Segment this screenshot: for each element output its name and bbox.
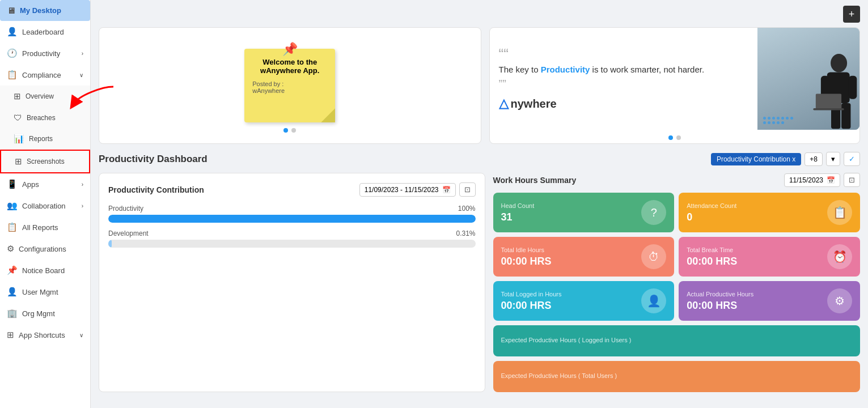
- sidebar-item-leaderboard[interactable]: 👤 Leaderboard: [0, 21, 90, 42]
- org-mgmt-icon: 🏢: [7, 308, 18, 318]
- main-content: + 📌 Welcome to the wAnywhere App. Posted…: [91, 0, 868, 408]
- whs-header: Work Hours Summary 11/15/2023 📅 ⊡: [493, 173, 861, 187]
- whs-date-picker[interactable]: 11/15/2023 📅: [784, 173, 840, 187]
- welcome-cards-row: 📌 Welcome to the wAnywhere App. Posted b…: [99, 27, 860, 144]
- date-range-picker[interactable]: 11/09/2023 - 11/15/2023 📅: [359, 183, 456, 197]
- expected-productive-logged-info: Expected Productive Hours ( Logged in Us…: [501, 337, 632, 346]
- sidebar-label-all-reports: All Reports: [22, 223, 58, 232]
- dot-active: [283, 128, 288, 133]
- sidebar-item-notice-board[interactable]: 📌 Notice Board: [0, 260, 90, 281]
- calendar-icon: 📅: [442, 186, 451, 194]
- sidebar-item-compliance[interactable]: 📋 Compliance ∨: [0, 64, 90, 86]
- total-idle-hours-info: Total Idle Hours 00:00 HRS: [501, 246, 552, 267]
- total-logged-hours-value: 00:00 HRS: [501, 300, 562, 312]
- total-idle-hours-label: Total Idle Hours: [501, 246, 552, 253]
- sidebar-label-leaderboard: Leaderboard: [22, 28, 64, 36]
- sidebar-label-compliance: Compliance: [22, 71, 61, 79]
- productivity-bar-label-row: Productivity 100%: [108, 205, 476, 212]
- sidebar-item-all-reports[interactable]: 📋 All Reports: [0, 216, 90, 238]
- sidebar-item-overview[interactable]: ⊞ Overview: [0, 86, 90, 107]
- total-logged-hours-icon: 👤: [641, 288, 666, 313]
- development-bar-percent: 0.31%: [456, 230, 475, 237]
- breaches-icon: 🛡: [14, 113, 22, 122]
- sidebar-label-reports: Reports: [29, 135, 53, 143]
- sidebar-label-screenshots: Screenshots: [27, 158, 65, 165]
- work-hours-summary-panel: Work Hours Summary 11/15/2023 📅 ⊡ Head C…: [493, 173, 861, 392]
- development-bar-fill: [108, 240, 112, 248]
- export-button[interactable]: ⊡: [459, 182, 476, 197]
- quote-open-mark: ““: [499, 46, 749, 61]
- sidebar-label-breaches: Breaches: [27, 114, 56, 122]
- sidebar-item-breaches[interactable]: 🛡 Breaches: [0, 107, 90, 128]
- quote-dot-inactive: [676, 135, 681, 140]
- configurations-icon: ⚙: [7, 244, 14, 254]
- add-button[interactable]: +: [843, 6, 860, 23]
- development-bar-track: [108, 240, 476, 248]
- actual-productive-hours-info: Actual Productive Hours 00:00 HRS: [687, 291, 753, 312]
- filter-tag-productivity[interactable]: Productivity Contribution x: [711, 153, 801, 165]
- actual-productive-hours-value: 00:00 HRS: [687, 300, 753, 312]
- filter-tag-label: Productivity Contribution x: [717, 155, 795, 163]
- development-bar-label-row: Development 0.31%: [108, 230, 476, 237]
- sidebar-item-app-shortcuts[interactable]: ⊞ App Shortcuts ∨: [0, 324, 90, 346]
- sidebar-item-productivity[interactable]: 🕐 Productivity ›: [0, 42, 90, 64]
- attendance-count-info: Attendance Count 0: [687, 202, 736, 223]
- svg-rect-4: [849, 76, 857, 99]
- collaboration-icon: 👥: [7, 201, 18, 211]
- whs-export-button[interactable]: ⊡: [844, 173, 860, 187]
- expected-productive-logged-label: Expected Productive Hours ( Logged in Us…: [501, 337, 632, 343]
- app-shortcuts-icon: ⊞: [7, 330, 14, 340]
- sticky-note: 📌 Welcome to the wAnywhere App. Posted b…: [244, 49, 335, 122]
- filter-chevron-button[interactable]: ▾: [826, 152, 840, 166]
- compliance-submenu: ⊞ Overview 🛡 Breaches 📊 Reports ⊞ Screen…: [0, 86, 90, 173]
- chevron-apps-icon: ›: [82, 181, 83, 188]
- attendance-count-icon: 📋: [827, 200, 852, 225]
- chevron-shortcuts-icon: ∨: [79, 332, 83, 338]
- sidebar-label-org-mgmt: Org Mgmt: [22, 309, 55, 318]
- compliance-icon: 📋: [7, 70, 18, 80]
- overview-icon: ⊞: [14, 91, 21, 101]
- whs-calendar-icon: 📅: [827, 176, 835, 184]
- pin-icon: 📌: [282, 42, 298, 57]
- total-idle-hours-value: 00:00 HRS: [501, 256, 552, 267]
- sidebar-item-apps[interactable]: 📱 Apps ›: [0, 173, 90, 195]
- desktop-icon: 🖥: [7, 6, 15, 15]
- card-dots: [283, 128, 296, 133]
- posted-by-label: Posted by : wAnywhere: [252, 80, 327, 94]
- sidebar-item-screenshots[interactable]: ⊞ Screenshots: [0, 150, 90, 173]
- head-count-icon: ?: [641, 200, 666, 225]
- quote-content: ““ The key to Productivity is to work sm…: [490, 28, 860, 130]
- productivity-panel-header: Productivity Contribution 11/09/2023 - 1…: [108, 182, 476, 197]
- attendance-count-card: Attendance Count 0 📋: [679, 193, 860, 232]
- sidebar-item-reports[interactable]: 📊 Reports: [0, 128, 90, 150]
- expected-productive-total-info: Expected Productive Hours ( Total Users …: [501, 372, 617, 381]
- sidebar-label-app-shortcuts: App Shortcuts: [19, 331, 65, 339]
- sidebar-item-org-mgmt[interactable]: 🏢 Org Mgmt: [0, 303, 90, 324]
- productivity-bar-percent: 100%: [458, 205, 476, 212]
- quote-card-dots: [668, 135, 681, 143]
- leaderboard-icon: 👤: [7, 27, 18, 37]
- welcome-card: 📌 Welcome to the wAnywhere App. Posted b…: [99, 27, 481, 144]
- actual-productive-hours-label: Actual Productive Hours: [687, 291, 753, 298]
- svg-point-1: [831, 54, 847, 73]
- screenshots-icon: ⊞: [15, 156, 22, 167]
- sidebar-item-user-mgmt[interactable]: 👤 User Mgmt: [0, 281, 90, 303]
- filter-plus-button[interactable]: +8: [805, 152, 823, 166]
- actual-productive-hours-card: Actual Productive Hours 00:00 HRS ⚙: [679, 281, 860, 321]
- expected-productive-logged-card: Expected Productive Hours ( Logged in Us…: [493, 325, 861, 356]
- whs-controls: 11/15/2023 📅 ⊡: [784, 173, 860, 187]
- svg-rect-8: [813, 108, 844, 110]
- all-reports-icon: 📋: [7, 222, 18, 232]
- quote-text-area: ““ The key to Productivity is to work sm…: [490, 28, 758, 130]
- sidebar-item-my-desktop[interactable]: 🖥 My Desktop: [0, 0, 90, 21]
- summary-grid: Head Count 31 ? Attendance Count 0 📋: [493, 193, 861, 392]
- chevron-right-icon: ›: [82, 50, 83, 57]
- sidebar-item-configurations[interactable]: ⚙ Configurations: [0, 238, 90, 260]
- head-count-card: Head Count 31 ?: [493, 193, 675, 232]
- filter-check-button[interactable]: ✓: [844, 152, 860, 166]
- head-count-value: 31: [501, 211, 535, 223]
- sidebar: 🖥 My Desktop 👤 Leaderboard 🕐 Productivit…: [0, 0, 91, 408]
- dots-decoration: [763, 117, 797, 124]
- sidebar-item-collaboration[interactable]: 👥 Collaboration ›: [0, 195, 90, 216]
- logo-triangle-icon: △: [499, 96, 509, 111]
